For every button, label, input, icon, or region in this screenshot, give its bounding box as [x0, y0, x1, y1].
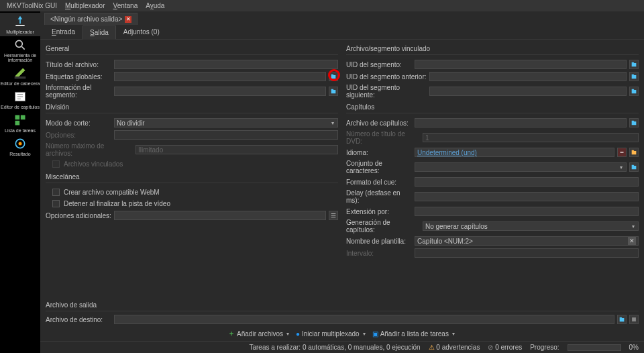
- start-mux-button[interactable]: ●Iniciar multiplexado▾: [296, 329, 367, 338]
- label-delay: Delay (desfase en ms):: [346, 189, 412, 204]
- svg-rect-3: [15, 115, 20, 120]
- input-destino[interactable]: [114, 315, 614, 324]
- clear-plantilla-button[interactable]: ✕: [628, 237, 636, 245]
- combo-idioma[interactable]: Undetermined (und): [415, 148, 614, 157]
- main-panel: <Ningún archivo salida> ✕ Entrada Salida…: [40, 11, 644, 353]
- search-icon: [13, 38, 27, 52]
- sidebar-item-task-list[interactable]: Lista de tareas: [0, 111, 40, 135]
- menu-multiplexador[interactable]: Multiplexador: [65, 2, 105, 9]
- chevron-down-icon: ▾: [619, 164, 624, 170]
- status-warnings[interactable]: ⚠ 0 advertencias: [429, 344, 480, 351]
- svg-rect-8: [632, 317, 636, 321]
- queue-icon: ▣: [372, 330, 378, 338]
- recent-destino-button[interactable]: [629, 315, 639, 324]
- svg-rect-4: [21, 115, 25, 120]
- label-uid: UID del segmento:: [346, 61, 412, 68]
- input-etiquetas[interactable]: [114, 72, 326, 81]
- sidebar-label: Multiplexador: [6, 30, 34, 34]
- right-column: Archivo/segmento vinculado UID del segme…: [346, 42, 639, 295]
- browse-uid-siguiente-button[interactable]: [629, 87, 639, 96]
- browse-conjunto-button[interactable]: [629, 162, 639, 172]
- combo-generacion[interactable]: No generar capítulos▾: [423, 221, 639, 231]
- menu-ayuda[interactable]: Ayuda: [146, 2, 164, 9]
- section-capitulos: Capítulos: [346, 101, 639, 113]
- tab-salida[interactable]: Salida: [83, 26, 116, 40]
- sidebar-item-info[interactable]: Herramienta deinformación: [0, 36, 40, 64]
- sidebar-item-chapter-editor[interactable]: Editor de capítulos: [0, 88, 40, 111]
- clear-idioma-button[interactable]: [617, 148, 627, 157]
- label-plantilla: Nombre de plantilla:: [346, 238, 412, 245]
- chevron-down-icon: ▾: [330, 120, 335, 126]
- input-cap-numero: [423, 133, 639, 142]
- chevron-down-icon: ▾: [631, 223, 636, 230]
- sidebar: Multiplexador Herramienta deinformación …: [0, 11, 40, 353]
- combo-modo-corte[interactable]: No dividir▾: [114, 118, 338, 128]
- sidebar-label: Editor de cabecera: [1, 81, 40, 86]
- combo-conjunto[interactable]: ▾: [415, 162, 627, 172]
- svg-point-7: [19, 142, 22, 146]
- result-icon: [13, 137, 27, 150]
- checkbox-webm[interactable]: [52, 189, 60, 196]
- file-tab[interactable]: <Ningún archivo salida> ✕: [44, 13, 138, 25]
- browse-etiquetas-button[interactable]: [329, 72, 338, 81]
- progress-bar: [568, 344, 621, 351]
- label-detener: Detener al finalizar la pista de vídeo: [64, 200, 170, 207]
- input-delay[interactable]: [415, 192, 639, 201]
- label-extension: Extensión por:: [346, 208, 412, 215]
- label-uid-siguiente: UID del segmento siguiente:: [346, 84, 427, 99]
- browse-cap-button[interactable]: [629, 118, 639, 128]
- input-plantilla[interactable]: Capítulo <NUM:2>✕: [415, 236, 639, 246]
- input-cap-archivo[interactable]: [415, 118, 627, 128]
- checkbox-vinculados: [52, 160, 60, 168]
- menu-app[interactable]: MKVToolNix GUI: [7, 2, 57, 9]
- browse-destino-button[interactable]: [617, 315, 627, 324]
- browse-uid-button[interactable]: [629, 60, 639, 69]
- label-max-archivos: Número máximo de archivos:: [46, 142, 133, 157]
- label-modo-corte: Modo de corte:: [46, 119, 111, 127]
- status-progress-pct: 0%: [629, 344, 639, 351]
- browse-idioma-button[interactable]: [629, 148, 639, 157]
- mux-icon: [13, 15, 27, 28]
- label-idioma: Idioma:: [346, 149, 412, 156]
- status-errors[interactable]: ⊘ 0 errores: [488, 344, 522, 351]
- output-section: Archivo de salida Archivo de destino:: [40, 297, 644, 326]
- add-queue-button[interactable]: ▣Añadir a lista de tareas▾: [372, 329, 456, 338]
- section-output: Archivo de salida: [46, 299, 639, 311]
- svg-rect-1: [15, 77, 26, 79]
- label-cap-archivo: Archivo de capítulos:: [346, 119, 412, 127]
- input-intervalo: [415, 248, 639, 258]
- label-formato-cue: Formato del cue:: [346, 179, 412, 186]
- plus-icon: ＋: [228, 329, 235, 338]
- input-titulo[interactable]: [114, 60, 338, 69]
- input-extension[interactable]: [415, 207, 639, 216]
- add-files-button[interactable]: ＋Añadir archivos▾: [228, 329, 290, 338]
- input-adicionales[interactable]: [114, 211, 326, 220]
- file-tab-title: <Ningún archivo salida>: [50, 15, 122, 23]
- close-icon[interactable]: ✕: [125, 16, 131, 23]
- sidebar-item-result[interactable]: Resultado: [0, 135, 40, 158]
- tab-entrada[interactable]: Entrada: [44, 25, 83, 39]
- browse-uid-anterior-button[interactable]: [629, 72, 639, 81]
- chevron-down-icon: ▾: [451, 331, 456, 337]
- menu-ventana[interactable]: Ventana: [113, 2, 138, 9]
- input-formato-cue[interactable]: [415, 177, 639, 187]
- browse-info-button[interactable]: [329, 87, 338, 96]
- chevron-down-icon: ▾: [285, 331, 290, 337]
- label-opciones: Opciones:: [46, 132, 111, 139]
- input-info-segmento[interactable]: [114, 87, 326, 96]
- label-generacion: Generación de capítulos:: [346, 219, 420, 234]
- svg-point-0: [15, 40, 22, 47]
- input-uid-siguiente[interactable]: [429, 87, 627, 96]
- input-uid[interactable]: [415, 60, 627, 69]
- list-adicionales-button[interactable]: [329, 211, 338, 220]
- section-vinculo: Archivo/segmento vinculado: [346, 42, 639, 55]
- input-uid-anterior[interactable]: [429, 72, 627, 81]
- label-vinculados: Archivos vinculados: [64, 160, 123, 168]
- checkbox-detener[interactable]: [52, 200, 60, 207]
- status-tasks: Tareas a realizar: 0 automáticas, 0 manu…: [249, 344, 420, 351]
- play-icon: ●: [296, 330, 300, 338]
- sidebar-item-header-editor[interactable]: Editor de cabecera: [0, 64, 40, 88]
- status-progress-label: Progreso:: [530, 344, 559, 351]
- tab-adjuntos[interactable]: Adjuntos (0): [116, 25, 167, 39]
- sidebar-item-multiplexador[interactable]: Multiplexador: [0, 13, 40, 36]
